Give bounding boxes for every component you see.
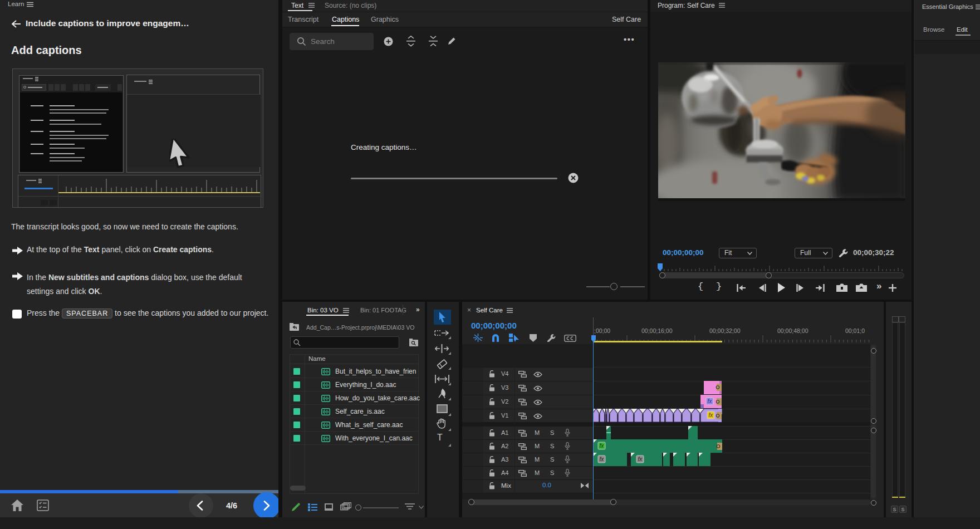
svg-text:fx: fx xyxy=(638,456,643,462)
svg-text:fx: fx xyxy=(600,443,605,449)
svg-text:fx: fx xyxy=(708,398,713,404)
svg-text:fx: fx xyxy=(600,456,605,462)
svg-text:fx: fx xyxy=(709,412,714,418)
